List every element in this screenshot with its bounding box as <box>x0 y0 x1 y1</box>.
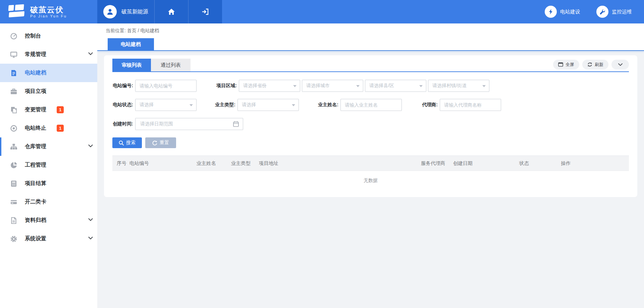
caret-down-icon <box>293 85 297 87</box>
sidebar-item-project-initiation[interactable]: 项目立项 <box>0 82 97 101</box>
filters: 电站编号: 项目区域: 请选择省份 请选择城市 请选择县/区 请选择村镇/街道 … <box>112 72 629 130</box>
sidebar-item-general-mgmt[interactable]: 常规管理 <box>0 45 97 64</box>
station-status-label: 电站状态: <box>112 102 135 108</box>
sidebar-item-warehouse-mgmt[interactable]: 仓库管理 <box>0 137 97 156</box>
chevron-down-icon <box>618 63 623 66</box>
header-right: 电站建设 监控运维 <box>222 0 644 23</box>
empty-state: 无数据 <box>112 171 629 190</box>
agent-label: 代理商: <box>417 102 440 108</box>
region-label: 项目区域: <box>215 83 239 89</box>
dashboard-icon <box>10 33 17 40</box>
sidebar-item-project-settlement[interactable]: 项目结算 <box>0 174 97 193</box>
owner-type-label: 业主类型: <box>213 102 237 108</box>
city-select[interactable]: 请选择城市 <box>302 80 363 92</box>
document-icon <box>10 69 17 77</box>
reset-icon <box>152 140 157 145</box>
caret-down-icon <box>292 104 295 106</box>
mode-label: 监控运维 <box>612 9 632 15</box>
calculator-icon <box>10 180 17 187</box>
search-button[interactable]: 搜索 <box>112 137 142 148</box>
page-tab-station-filing[interactable]: 电站建档 <box>108 38 154 50</box>
chevron-down-icon <box>88 144 93 147</box>
wrench-icon <box>599 9 605 15</box>
col-status: 状态 <box>519 160 561 167</box>
refresh-icon <box>587 62 592 67</box>
owner-type-select[interactable]: 请选择 <box>237 99 299 111</box>
reset-button[interactable]: 重置 <box>145 137 176 148</box>
province-select[interactable]: 请选择省份 <box>239 80 300 92</box>
search-icon <box>119 140 124 145</box>
archive-icon <box>10 217 17 224</box>
caret-down-icon <box>482 85 486 87</box>
sidebar-item-station-filing[interactable]: 电站建档 <box>0 64 97 82</box>
sitemap-icon <box>10 143 17 150</box>
home-button[interactable] <box>155 0 188 23</box>
user-info[interactable]: 破茧新能源 <box>97 0 154 23</box>
breadcrumb-path: 首页 / 电站建档 <box>127 28 159 33</box>
sidebar: 控制台 常规管理 电站建档 项目立项 变更管理 1 电站终止 1 <box>0 23 97 308</box>
sidebar-item-console[interactable]: 控制台 <box>0 27 97 45</box>
station-no-input[interactable] <box>135 80 197 92</box>
gear-icon <box>10 235 17 243</box>
chevron-down-icon <box>88 218 93 221</box>
table-header: 序号 电站编号 业主姓名 业主类型 项目地址 服务代理商 创建日期 状态 操作 <box>112 156 629 171</box>
date-range-picker[interactable]: 请选择日期范围 <box>135 118 243 130</box>
sidebar-item-station-termination[interactable]: 电站终止 1 <box>0 119 97 137</box>
col-service-agent: 服务代理商 <box>421 160 453 167</box>
caret-down-icon <box>190 104 193 106</box>
tab-passed-list[interactable]: 通过列表 <box>151 59 191 71</box>
fullscreen-icon <box>558 62 563 67</box>
create-time-label: 创建时间: <box>112 121 135 127</box>
card-icon <box>10 198 17 206</box>
collapse-button[interactable] <box>611 60 629 69</box>
mode-station-build[interactable]: 电站建设 <box>545 6 580 18</box>
col-station-no: 电站编号 <box>129 160 197 167</box>
sidebar-item-open-class2-card[interactable]: 开二类卡 <box>0 193 97 211</box>
chevron-down-icon <box>88 52 93 55</box>
topbar: 当前位置: 首页 / 电站建档 电站建档 <box>97 23 644 50</box>
sidebar-item-change-mgmt[interactable]: 变更管理 1 <box>0 101 97 119</box>
logout-icon <box>202 8 209 15</box>
caret-down-icon <box>356 85 360 87</box>
badge-count: 1 <box>57 106 64 113</box>
avatar[interactable] <box>103 5 117 18</box>
breadcrumb: 当前位置: 首页 / 电站建档 <box>106 28 159 34</box>
filter-row-2: 电站状态: 请选择 业主类型: 请选择 业主姓名: 代理商: <box>112 99 629 111</box>
sidebar-item-system-settings[interactable]: 系统设置 <box>0 230 97 248</box>
sidebar-item-engineering-mgmt[interactable]: 工程管理 <box>0 156 97 174</box>
col-owner-name: 业主姓名 <box>197 160 231 167</box>
topbar-divider <box>97 50 644 51</box>
station-status-select[interactable]: 请选择 <box>135 99 197 111</box>
county-select[interactable]: 请选择县/区 <box>365 80 426 92</box>
caret-down-icon <box>419 85 423 87</box>
user-icon <box>106 8 114 16</box>
mode-monitor-ops[interactable]: 监控运维 <box>596 6 632 18</box>
sidebar-item-data-archive[interactable]: 资料归档 <box>0 211 97 230</box>
logout-button[interactable] <box>189 0 222 23</box>
owner-name-input[interactable] <box>340 99 402 111</box>
brand-subtitle: Po Jian Yun Fu <box>30 14 67 18</box>
chevron-down-icon <box>88 237 93 240</box>
brand: 破茧云伏 Po Jian Yun Fu <box>0 0 97 23</box>
lightning-icon <box>548 9 554 15</box>
copy-icon <box>10 106 17 114</box>
col-actions: 操作 <box>561 160 629 167</box>
fullscreen-button[interactable]: 全屏 <box>553 60 579 69</box>
agent-input[interactable] <box>440 99 501 111</box>
monitor-icon <box>10 51 17 58</box>
calendar-icon <box>233 121 239 127</box>
town-select[interactable]: 请选择村镇/街道 <box>428 80 489 92</box>
panel-head: 审核列表 通过列表 全屏 刷新 <box>112 55 629 72</box>
brand-logo-icon <box>8 4 26 19</box>
tab-review-list[interactable]: 审核列表 <box>112 59 151 71</box>
pie-icon <box>10 162 17 169</box>
brand-text: 破茧云伏 Po Jian Yun Fu <box>30 5 67 18</box>
refresh-button[interactable]: 刷新 <box>582 60 608 69</box>
badge-count: 1 <box>57 125 64 132</box>
filter-panel: 审核列表 通过列表 全屏 刷新 电站编号: <box>104 55 637 197</box>
breadcrumb-prefix: 当前位置: <box>106 28 126 33</box>
brand-title: 破茧云伏 <box>30 5 67 14</box>
home-icon <box>168 8 175 15</box>
owner-name-label: 业主姓名: <box>313 102 340 108</box>
main-content: 当前位置: 首页 / 电站建档 电站建档 审核列表 通过列表 全屏 刷新 <box>97 23 644 308</box>
